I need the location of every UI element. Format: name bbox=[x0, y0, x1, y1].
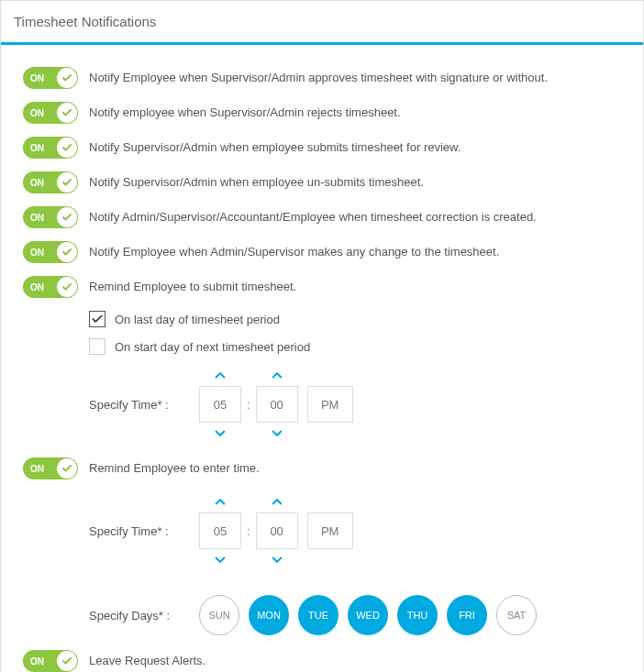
panel-header: Timesheet Notifications bbox=[1, 1, 643, 45]
time-colon: : bbox=[241, 512, 256, 549]
toggle-correction-notify[interactable]: ON bbox=[23, 206, 78, 228]
toggle-on-label: ON bbox=[30, 213, 44, 223]
chevron-down-icon bbox=[271, 555, 283, 564]
notification-text: Notify Supervisor/Admin when employee su… bbox=[89, 137, 461, 156]
toggle-remind-enter[interactable]: ON bbox=[23, 457, 78, 479]
toggle-knob bbox=[57, 138, 77, 158]
notification-row: ON Notify Employee when Admin/Supervisor… bbox=[23, 241, 621, 263]
toggle-on-label: ON bbox=[30, 178, 44, 188]
timesheet-notifications-panel: Timesheet Notifications ON Notify Employ… bbox=[0, 0, 644, 672]
chevron-up-icon bbox=[214, 371, 227, 380]
hour-value[interactable]: 05 bbox=[199, 512, 241, 549]
leave-alerts-row: ON Leave Request Alerts. bbox=[23, 650, 621, 672]
ampm-toggle[interactable]: PM bbox=[307, 386, 353, 423]
minute-up-button[interactable] bbox=[269, 369, 285, 382]
chevron-down-icon bbox=[271, 428, 283, 437]
ampm-toggle[interactable]: PM bbox=[307, 512, 353, 549]
toggle-leave-alerts[interactable]: ON bbox=[23, 650, 78, 672]
day-chip-wed[interactable]: WED bbox=[348, 595, 388, 635]
toggle-on-label: ON bbox=[30, 656, 44, 666]
toggle-unsubmit-notify[interactable]: ON bbox=[23, 171, 78, 193]
day-chip-fri[interactable]: FRI bbox=[447, 595, 487, 635]
minute-spinner: 00 bbox=[256, 492, 298, 569]
chevron-down-icon bbox=[214, 555, 227, 564]
toggle-on-label: ON bbox=[30, 108, 44, 118]
toggle-on-label: ON bbox=[30, 282, 44, 292]
toggle-knob bbox=[57, 277, 77, 297]
time-label: Specify Time* : bbox=[89, 524, 199, 538]
toggle-knob bbox=[57, 458, 77, 479]
hour-spinner: 05 bbox=[199, 492, 241, 569]
notification-row: ON Notify Admin/Supervisor/Accountant/Em… bbox=[23, 206, 621, 228]
chevron-up-icon bbox=[271, 371, 283, 380]
checkbox-start-day[interactable] bbox=[89, 338, 105, 355]
notification-row: ON Notify Supervisor/Admin when employee… bbox=[23, 137, 621, 159]
toggle-on-label: ON bbox=[30, 464, 44, 474]
remind-enter-row: ON Remind Employee to enter time. bbox=[23, 457, 621, 479]
toggle-knob bbox=[57, 68, 77, 88]
remind-enter-options: Specify Time* : 05 : 00 PM Specify Days*… bbox=[89, 492, 621, 635]
chevron-up-icon bbox=[214, 498, 227, 507]
notification-text: Notify Admin/Supervisor/Accountant/Emplo… bbox=[89, 206, 537, 226]
checkbox-label: On last day of timesheet period bbox=[115, 313, 280, 326]
toggle-knob bbox=[57, 207, 77, 227]
notification-text: Notify Employee when Admin/Supervisor ma… bbox=[89, 241, 499, 260]
check-icon bbox=[91, 313, 104, 325]
hour-spinner: 05 bbox=[199, 366, 241, 443]
minute-spinner: 00 bbox=[256, 366, 298, 443]
days-label: Specify Days* : bbox=[89, 609, 199, 622]
chevron-down-icon bbox=[214, 428, 227, 437]
toggle-change-notify[interactable]: ON bbox=[23, 241, 78, 263]
notification-row: ON Notify employee when Supervisor/Admin… bbox=[23, 102, 621, 124]
day-chip-tue[interactable]: TUE bbox=[298, 595, 339, 635]
toggle-on-label: ON bbox=[30, 73, 44, 83]
hour-down-button[interactable] bbox=[212, 553, 228, 566]
minute-value[interactable]: 00 bbox=[256, 386, 298, 423]
notification-row: ON Notify Employee when Supervisor/Admin… bbox=[23, 67, 621, 89]
time-colon: : bbox=[241, 386, 256, 423]
minute-value[interactable]: 00 bbox=[256, 512, 298, 549]
notification-text: Notify employee when Supervisor/Admin re… bbox=[89, 102, 401, 121]
toggle-remind-submit[interactable]: ON bbox=[23, 276, 78, 298]
notification-text: Leave Request Alerts. bbox=[89, 650, 205, 669]
time-row-enter: Specify Time* : 05 : 00 PM bbox=[89, 492, 621, 569]
panel-title: Timesheet Notifications bbox=[14, 14, 156, 29]
day-chip-thu[interactable]: THU bbox=[397, 595, 438, 635]
days-row: Specify Days* : SUN MON TUE WED THU FRI … bbox=[89, 595, 621, 635]
minute-down-button[interactable] bbox=[269, 426, 285, 439]
notification-row: ON Notify Supervisor/Admin when employee… bbox=[23, 171, 621, 193]
minute-down-button[interactable] bbox=[269, 553, 285, 566]
notification-text: Remind Employee to submit timesheet. bbox=[89, 276, 296, 295]
chevron-up-icon bbox=[271, 498, 283, 507]
toggle-on-label: ON bbox=[30, 143, 44, 153]
toggle-knob bbox=[57, 172, 77, 193]
time-label: Specify Time* : bbox=[89, 398, 199, 412]
hour-up-button[interactable] bbox=[212, 496, 228, 509]
day-chip-sun[interactable]: SUN bbox=[199, 595, 239, 635]
toggle-submit-notify[interactable]: ON bbox=[23, 137, 78, 159]
hour-down-button[interactable] bbox=[212, 426, 228, 439]
checkbox-row-start-day: On start day of next timesheet period bbox=[89, 338, 621, 355]
panel-body: ON Notify Employee when Supervisor/Admin… bbox=[1, 45, 643, 672]
checkbox-label: On start day of next timesheet period bbox=[115, 340, 310, 354]
notification-text: Remind Employee to enter time. bbox=[89, 457, 260, 477]
day-chip-mon[interactable]: MON bbox=[249, 595, 289, 635]
minute-up-button[interactable] bbox=[269, 496, 285, 509]
toggle-on-label: ON bbox=[30, 248, 44, 258]
hour-up-button[interactable] bbox=[212, 369, 228, 382]
toggle-knob bbox=[57, 651, 77, 671]
notification-text: Notify Employee when Supervisor/Admin ap… bbox=[89, 67, 548, 86]
toggle-reject-notify[interactable]: ON bbox=[23, 102, 78, 124]
toggle-knob bbox=[57, 103, 77, 123]
time-row-submit: Specify Time* : 05 : 00 PM bbox=[89, 366, 621, 443]
notification-text: Notify Supervisor/Admin when employee un… bbox=[89, 171, 424, 191]
day-chip-sat[interactable]: SAT bbox=[496, 595, 537, 635]
toggle-knob bbox=[57, 242, 77, 262]
checkbox-row-last-day: On last day of timesheet period bbox=[89, 311, 621, 327]
checkbox-last-day[interactable] bbox=[89, 311, 105, 327]
toggle-approve-notify[interactable]: ON bbox=[23, 67, 78, 89]
hour-value[interactable]: 05 bbox=[199, 386, 241, 423]
remind-submit-row: ON Remind Employee to submit timesheet. bbox=[23, 276, 621, 298]
remind-submit-options: On last day of timesheet period On start… bbox=[89, 311, 621, 443]
